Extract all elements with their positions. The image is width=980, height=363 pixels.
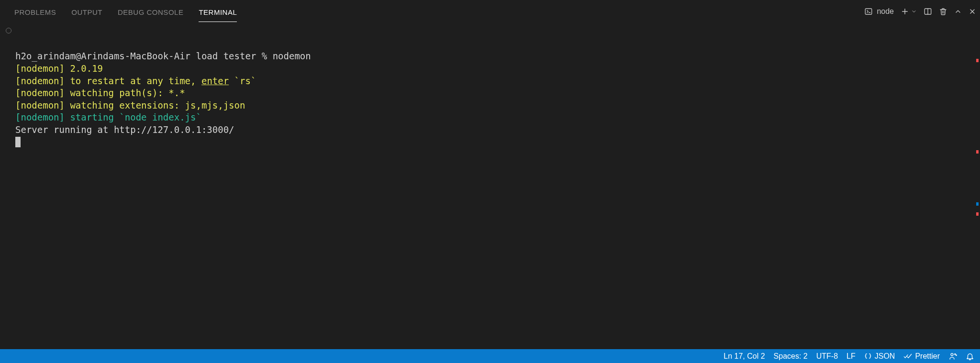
panel-tabs: PROBLEMS OUTPUT DEBUG CONSOLE TERMINAL xyxy=(14,1,237,22)
feedback-icon xyxy=(948,352,957,361)
nodemon-restart-line: [nodemon] to restart at any time, enter … xyxy=(15,76,256,86)
tab-debug-console[interactable]: DEBUG CONSOLE xyxy=(118,1,183,22)
braces-icon xyxy=(864,352,872,360)
svg-rect-0 xyxy=(866,9,872,14)
svg-point-3 xyxy=(955,353,956,354)
terminal-cursor xyxy=(15,137,21,147)
bell-icon xyxy=(966,352,974,361)
status-formatter-label: Prettier xyxy=(915,352,940,361)
overview-ruler xyxy=(976,23,979,349)
overview-mark xyxy=(976,150,979,154)
status-notifications-button[interactable] xyxy=(966,352,974,361)
new-terminal-dropdown[interactable] xyxy=(911,9,917,14)
nodemon-paths-line: [nodemon] watching path(s): *.* xyxy=(15,88,185,98)
server-running-line: Server running at http://127.0.0.1:3000/ xyxy=(15,124,234,135)
overview-mark xyxy=(976,202,979,206)
kill-terminal-button[interactable] xyxy=(939,7,947,16)
status-indentation[interactable]: Spaces: 2 xyxy=(774,352,808,361)
overview-mark xyxy=(976,59,979,62)
status-bar: Ln 17, Col 2 Spaces: 2 UTF-8 LF JSON Pre… xyxy=(0,349,980,363)
svg-point-4 xyxy=(956,355,957,356)
terminal-profile[interactable]: node xyxy=(864,7,894,16)
overview-mark xyxy=(976,212,979,216)
status-eol[interactable]: LF xyxy=(846,352,856,361)
status-formatter[interactable]: Prettier xyxy=(903,352,940,361)
terminal-output[interactable]: h2o_arindam@Arindams-MacBook-Air load te… xyxy=(0,23,980,349)
status-language-label: JSON xyxy=(875,352,895,361)
shell-status-indicator xyxy=(6,28,11,33)
terminal-actions: node xyxy=(864,7,976,16)
status-feedback-button[interactable] xyxy=(948,352,957,361)
panel-close-button[interactable] xyxy=(969,8,976,15)
status-cursor-position[interactable]: Ln 17, Col 2 xyxy=(724,352,765,361)
tab-terminal[interactable]: TERMINAL xyxy=(199,1,237,22)
panel-maximize-button[interactable] xyxy=(954,8,962,15)
prettier-check-icon xyxy=(903,353,912,360)
nodemon-version-line: [nodemon] 2.0.19 xyxy=(15,63,103,74)
tab-problems[interactable]: PROBLEMS xyxy=(14,1,56,22)
status-language[interactable]: JSON xyxy=(864,352,895,361)
terminal-prompt-line: h2o_arindam@Arindams-MacBook-Air load te… xyxy=(15,51,311,61)
terminal-profile-label: node xyxy=(877,7,894,16)
new-terminal-button[interactable] xyxy=(901,7,909,16)
nodemon-starting-line: [nodemon] starting `node index.js` xyxy=(15,112,201,122)
panel-header: PROBLEMS OUTPUT DEBUG CONSOLE TERMINAL n… xyxy=(0,0,980,23)
svg-point-2 xyxy=(951,353,953,355)
split-terminal-button[interactable] xyxy=(924,7,932,16)
terminal-profile-icon xyxy=(864,7,873,16)
nodemon-extensions-line: [nodemon] watching extensions: js,mjs,js… xyxy=(15,100,245,110)
status-encoding[interactable]: UTF-8 xyxy=(816,352,838,361)
tab-output[interactable]: OUTPUT xyxy=(71,1,102,22)
